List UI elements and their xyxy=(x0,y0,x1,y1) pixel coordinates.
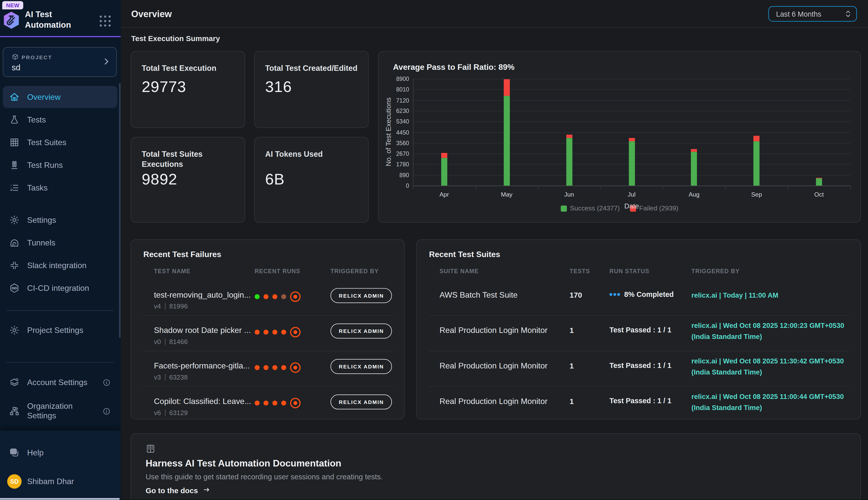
project-name: sd xyxy=(12,62,20,72)
bar-failed xyxy=(566,135,572,138)
sidebar-item-account-settings[interactable]: Account Settings xyxy=(3,371,117,394)
suite-run-status: 8% Completed xyxy=(609,290,673,299)
run-status-dot-red xyxy=(255,400,260,406)
project-selector[interactable]: PROJECT sd xyxy=(3,47,117,77)
sidebar-item-test-runs[interactable]: Test Runs xyxy=(3,154,117,176)
suite-name[interactable]: Real Production Login Monitor xyxy=(439,361,548,370)
recent-failures-panel: Recent Test Failures TEST NAME RECENT RU… xyxy=(131,239,404,419)
failure-test-version: v663129 xyxy=(154,409,188,417)
sidebar-item-tunnels[interactable]: Tunnels xyxy=(3,231,117,254)
user-menu[interactable]: SD Shibam Dhar xyxy=(3,470,117,492)
sidebar-item-settings[interactable]: Settings xyxy=(3,209,117,231)
sidebar-item-test-suites[interactable]: Test Suites xyxy=(3,131,117,154)
suite-run-status: Test Passed : 1 / 1 xyxy=(609,397,671,405)
triggered-by-button[interactable]: RELICX ADMIN xyxy=(330,323,392,339)
pass-fail-chart-card: Average Pass to Fail Ratio: 89% Success … xyxy=(378,51,861,223)
stat-card-total-test-created: Total Test Created/Edited 316 xyxy=(254,51,369,128)
recent-runs-dots xyxy=(255,327,301,338)
sidebar-item-help[interactable]: ? Help xyxy=(3,442,117,464)
column-header: TESTS xyxy=(570,268,590,274)
x-tick-label: Jun xyxy=(558,191,580,197)
suite-name[interactable]: Real Production Login Monitor xyxy=(439,397,548,406)
info-icon[interactable] xyxy=(103,407,111,415)
bar-failed xyxy=(753,136,760,141)
horizontal-scrollbar[interactable] xyxy=(0,498,120,500)
row-divider xyxy=(143,351,393,351)
info-icon[interactable] xyxy=(103,378,111,386)
help-icon: ? xyxy=(9,447,20,458)
run-status-target-icon xyxy=(290,327,301,338)
sidebar-item-label: Slack integration xyxy=(27,261,86,270)
sidebar-item-label: Organization Settings xyxy=(27,402,94,421)
bar-success xyxy=(504,95,510,185)
page-title: Overview xyxy=(131,9,172,20)
sidebar-item-tests[interactable]: Tests xyxy=(3,109,117,131)
suite-tests-count: 1 xyxy=(570,397,574,406)
triggered-by-button[interactable]: RELICX ADMIN xyxy=(330,359,392,374)
cicd-icon xyxy=(9,283,20,294)
run-status-dot-red xyxy=(272,365,278,370)
sidebar-scrollbar[interactable] xyxy=(119,83,121,338)
triggered-by-button[interactable]: RELICX ADMIN xyxy=(330,288,392,303)
stat-label: AI Tokens Used xyxy=(265,149,359,159)
run-status-dot-red xyxy=(263,365,268,370)
sidebar-footer: ? Help SD Shibam Dhar xyxy=(0,430,121,500)
sidebar-item-overview[interactable]: Overview xyxy=(3,86,117,108)
suite-triggered-by[interactable]: relicx.ai | Wed Oct 08 2025 12:00:23 GMT… xyxy=(691,320,852,342)
run-status-target-icon xyxy=(290,291,301,302)
x-axis-tick xyxy=(788,185,788,189)
failure-test-name[interactable]: Facets-performance-gitla... xyxy=(154,361,250,370)
app-logo-icon xyxy=(3,11,20,30)
triggered-by-button[interactable]: RELICX ADMIN xyxy=(330,395,392,409)
chart-gridline xyxy=(413,90,851,90)
sidebar-item-project-settings[interactable]: Project Settings xyxy=(3,319,117,341)
failure-test-name[interactable]: Copilot: Classified: Leave... xyxy=(154,397,251,406)
suite-run-status: Test Passed : 1 / 1 xyxy=(609,326,671,334)
account-icon xyxy=(9,377,20,388)
run-status-target-icon xyxy=(290,398,301,408)
bar-success xyxy=(816,178,822,185)
org-icon xyxy=(9,406,20,417)
suite-triggered-by[interactable]: relicx.ai | Today | 11:00 AM xyxy=(691,290,852,301)
svg-text:?: ? xyxy=(12,449,15,454)
suite-triggered-by[interactable]: relicx.ai | Wed Oct 08 2025 11:30:42 GMT… xyxy=(691,355,852,378)
arrow-right-icon xyxy=(202,486,211,495)
accent-divider xyxy=(0,36,121,37)
chart-gridline xyxy=(413,132,851,133)
progress-dots-icon xyxy=(609,293,620,296)
date-range-select[interactable]: Last 6 Months xyxy=(768,6,857,22)
bar-failed xyxy=(504,79,510,95)
suite-tests-count: 1 xyxy=(570,326,574,335)
success-swatch xyxy=(561,205,566,211)
bar-success xyxy=(753,141,760,185)
run-status-dot-red xyxy=(272,330,278,335)
sidebar-item-organization-settings[interactable]: Organization Settings xyxy=(3,397,117,425)
suite-name[interactable]: Real Production Login Monitor xyxy=(439,326,548,335)
home-icon xyxy=(9,91,20,103)
run-status-dot-red xyxy=(272,294,278,299)
suite-triggered-by[interactable]: relicx.ai | Wed Oct 08 2025 11:00:44 GMT… xyxy=(691,391,852,413)
column-header: SUITE NAME xyxy=(439,268,479,274)
cube-icon xyxy=(12,53,19,61)
suite-run-status: Test Passed : 1 / 1 xyxy=(609,361,671,370)
x-tick-label: Sep xyxy=(746,191,768,197)
docs-icon xyxy=(145,444,156,456)
row-divider xyxy=(429,386,849,387)
sidebar-item-ci-cd-integration[interactable]: CI-CD integration xyxy=(3,277,117,299)
chart-gridline xyxy=(413,122,851,122)
run-status-dot-green xyxy=(255,294,260,299)
apps-grid-icon[interactable] xyxy=(100,16,112,28)
docs-link[interactable]: Go to the docs xyxy=(145,486,211,495)
sidebar-item-tasks[interactable]: Tasks xyxy=(3,177,117,199)
tasks-icon xyxy=(9,182,20,193)
suite-name[interactable]: AWS Batch Test Suite xyxy=(439,290,517,299)
x-axis-title: Date xyxy=(604,202,659,210)
sidebar-item-slack-integration[interactable]: Slack integration xyxy=(3,254,117,276)
suite-tests-count: 1 xyxy=(570,362,574,370)
failure-test-name[interactable]: Shadow root Date picker ... xyxy=(154,326,251,335)
stat-value: 9892 xyxy=(142,171,177,188)
date-range-value: Last 6 Months xyxy=(776,10,821,18)
documentation-card: Harness AI Test Automation Documentation… xyxy=(131,433,861,500)
docs-title: Harness AI Test Automation Documentation xyxy=(145,458,341,469)
failure-test-name[interactable]: test-removing_auto_login... xyxy=(154,290,251,299)
